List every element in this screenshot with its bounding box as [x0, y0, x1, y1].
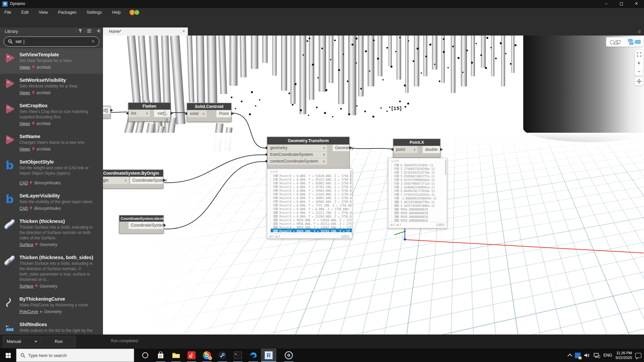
category-link[interactable]: Surface — [19, 284, 33, 289]
ime-language-icon[interactable] — [575, 353, 581, 358]
output-port-icon[interactable] — [163, 179, 166, 182]
input-port-point[interactable]: point› — [393, 146, 418, 153]
list-row-15[interactable]: 15Point(X = 9956.800, Y = 35763.200, Z =… — [271, 229, 352, 232]
list-row-10[interactable]: 10Point(X = 0.000, Y = 21221.700, Z = 17… — [271, 210, 352, 214]
library-item-setlayervisibility[interactable]: bSetLayerVisibilitySets the visibility o… — [0, 189, 103, 215]
list-row-15[interactable]: 159956.80000000026 — [392, 218, 447, 222]
input-port-icon[interactable] — [391, 148, 393, 151]
category-link[interactable]: Surface — [19, 242, 33, 247]
menu-edit[interactable]: Edit — [17, 8, 33, 17]
node-title[interactable]: CoordinateSystem.ByOrigin — [103, 170, 163, 177]
node-title[interactable]: Flatten — [128, 103, 170, 110]
geometry-view-button[interactable] — [606, 37, 625, 47]
node-geometry-transform[interactable]: Geometry.Transform geometry› Geometry fr… — [267, 137, 350, 169]
list-row-4[interactable]: 4Point(X = 0.000, Y = 29464.000, Z = 175… — [271, 188, 352, 192]
output-port-icon[interactable] — [163, 224, 166, 227]
category-link[interactable]: Views — [19, 65, 30, 70]
netease-music-icon[interactable] — [184, 349, 199, 362]
output-port[interactable]: var[]..[] — [154, 110, 170, 117]
list-row-8[interactable]: 87.27595761418343e-12 — [392, 192, 447, 196]
scrollbar-thumb[interactable] — [350, 170, 351, 184]
list-row-0[interactable]: 06.3664629124105e-11 — [392, 163, 447, 166]
lacing-levels[interactable]: @L2 @L1 — [269, 235, 280, 238]
list-row-14[interactable]: 149956.80000000028 — [392, 214, 447, 218]
library-item-shiftindices[interactable]: ShiftIndicesShifts indices in the list t… — [0, 318, 103, 335]
list-row-6[interactable]: 6Point(X = 0.000, Y = 16865.600, Z = 175… — [271, 195, 352, 199]
node-title[interactable]: Solid.Centroid — [187, 103, 231, 110]
list-row-10[interactable]: 103.09228198602796e-11 — [392, 199, 447, 203]
input-port-contextcoordinatesystem[interactable]: contextCoordinateSystem› — [267, 158, 327, 165]
library-item-setworksetvisibility[interactable]: SetWorksetVisibilitySets Workset visibil… — [0, 74, 103, 99]
language-indicator[interactable]: ENG — [603, 353, 612, 358]
list-row-3[interactable]: 3Point(X = 0.000, Y = 35763.200, Z = 175… — [271, 184, 352, 188]
library-item-setname[interactable]: SetNameChanges View's Name to a new one.… — [0, 130, 103, 156]
node-flatten[interactable]: Flatten list› var[]..[] ⋮ — [128, 103, 171, 122]
library-item-thicken-thickness-[interactable]: Thicken (thickness)Thicken Surface into … — [0, 215, 103, 251]
steam-icon[interactable] — [215, 349, 230, 362]
list-row-7[interactable]: 79.09494701772928e-12 — [392, 188, 447, 192]
zoom-in-button[interactable]: + — [635, 59, 643, 67]
category-link[interactable]: Views — [19, 147, 30, 152]
close-button[interactable]: ✕ — [629, 0, 644, 8]
start-button[interactable] — [0, 349, 16, 362]
input-port-fromcoordinatesystem[interactable]: fromCoordinateSystem› — [267, 152, 327, 158]
node-point-x[interactable]: Point.X point› double ⋮ — [393, 139, 440, 158]
input-port-icon[interactable] — [265, 146, 267, 149]
file-explorer-icon[interactable] — [168, 349, 184, 362]
output-port-icon[interactable] — [110, 109, 113, 112]
library-item-setviewtemplate[interactable]: SetViewTemplateSet View Template for a V… — [0, 48, 103, 74]
output-port[interactable]: Point — [216, 110, 231, 117]
tab-overflow-menu-icon[interactable]: ☰ — [638, 29, 641, 34]
library-item-bythickeningcurve[interactable]: ByThickeningCurveMake PolyCurve by thick… — [0, 293, 103, 318]
menu-packages[interactable]: Packages — [54, 8, 81, 17]
minimize-button[interactable]: – — [599, 0, 614, 8]
node-solid-centroid[interactable]: Solid.Centroid solid› Point ⋮ — [187, 103, 231, 122]
category-link[interactable]: CAD — [19, 206, 28, 211]
library-item-thicken-thickness-both-sides-[interactable]: Thicken (thickness, both_sides)Thicken S… — [0, 251, 103, 293]
list-row-12[interactable]: 129956.80000000029 — [392, 207, 447, 210]
tab-home[interactable]: Home* ✕ — [103, 27, 188, 36]
list-row-5[interactable]: 53.45607986673713e-11 — [392, 181, 447, 185]
input-port-icon[interactable] — [184, 112, 187, 115]
list-row-11[interactable]: 11Point(X = 0.000, Y = 31284.000, Z = 17… — [271, 214, 352, 218]
node-coordinatesystem-byorigin[interactable]: CoordinateSystem.ByOrigin igin› Coordina… — [103, 170, 163, 189]
menu-settings[interactable]: Settings — [82, 8, 106, 17]
list-row-7[interactable]: 7Point(X = 0.000, Y = 10566.400, Z = 175… — [271, 199, 352, 203]
input-port-icon[interactable] — [265, 160, 267, 163]
category-link[interactable]: CAD — [19, 181, 28, 185]
list-row-16[interactable]: 16Point(X = 9956.800, Y = 29464.000, Z =… — [271, 232, 352, 234]
category-link[interactable]: PolyCurve — [19, 309, 38, 314]
input-port-list[interactable]: list› — [128, 110, 150, 117]
node-title[interactable]: Point.X — [393, 139, 440, 146]
menu-file[interactable]: File — [0, 8, 15, 17]
tab-close-icon[interactable]: ✕ — [182, 29, 185, 34]
action-center-icon[interactable] — [635, 353, 641, 358]
list-row-12[interactable]: 12Point(X = 9956.800, Y = 52628.800, Z =… — [271, 218, 352, 221]
list-row-1[interactable]: 15.27506927028298e-11 — [392, 166, 447, 170]
zoom-out-button[interactable]: – — [635, 67, 643, 75]
zoom-fit-button[interactable] — [635, 50, 643, 59]
data-preview-transform[interactable]: List 0Point(X = 0.000, Y = 52628.800, Z … — [267, 169, 352, 239]
list-row-4[interactable]: 44.54747350886464e-11 — [392, 177, 447, 181]
output-port[interactable]: Geometry — [333, 145, 349, 151]
scrollbar-thumb[interactable] — [445, 160, 446, 175]
volume-icon[interactable] — [584, 353, 590, 358]
list-row-9[interactable]: 9Point(X = 0.000, Y = 0.000, Z = 1750.00… — [271, 206, 352, 210]
list-row-3[interactable]: 35.45696821063757e-11 — [392, 174, 447, 177]
output-port[interactable]: CoordinateSystem — [130, 177, 163, 184]
list-row-5[interactable]: 5Point(X = 0.000, Y = 23164.800, Z = 175… — [271, 192, 352, 195]
output-port[interactable]: CoordinateSystem — [128, 222, 163, 229]
search-input[interactable]: set ✕ — [4, 37, 99, 47]
tray-expand-icon[interactable] — [568, 354, 572, 358]
node-output[interactable]: d[] — [103, 107, 110, 114]
node-title[interactable]: Geometry.Transform — [267, 137, 349, 144]
dynamo-revit-icon[interactable]: R — [261, 349, 276, 362]
list-view-icon[interactable] — [87, 29, 91, 33]
node-partial[interactable]: d[] ⋮ — [103, 106, 111, 119]
graph-view-button[interactable] — [625, 37, 644, 47]
edge-icon[interactable] — [246, 349, 261, 362]
network-icon[interactable] — [593, 353, 600, 358]
input-port-icon[interactable] — [126, 112, 128, 115]
collapse-panel-icon[interactable] — [96, 29, 100, 33]
category-link[interactable]: Views — [19, 121, 30, 126]
